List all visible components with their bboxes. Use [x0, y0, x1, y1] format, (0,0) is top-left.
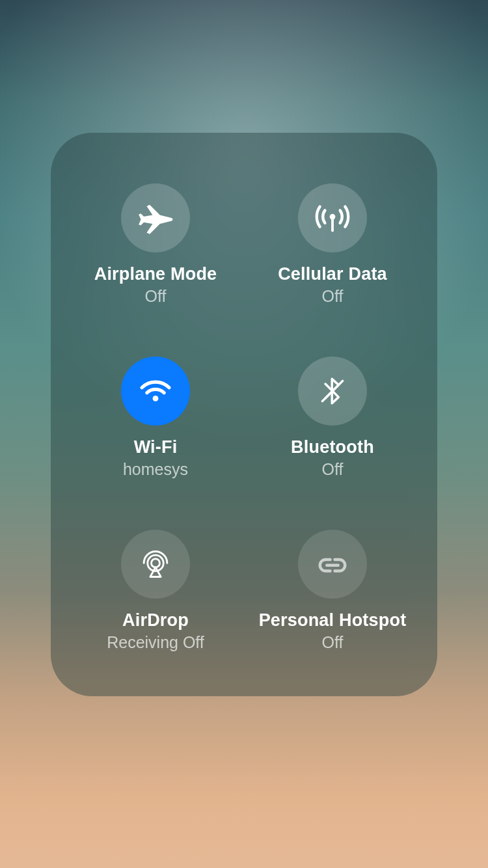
wifi-icon-circle: [121, 357, 190, 426]
cellular-icon-circle: [298, 183, 367, 252]
cellular-antenna-icon: [312, 198, 353, 238]
airdrop-status: Receiving Off: [107, 633, 204, 652]
airplane-icon: [138, 200, 173, 236]
personal-hotspot-status: Off: [322, 633, 344, 652]
bluetooth-off-icon: [316, 375, 349, 407]
airplane-mode-control[interactable]: Airplane Mode Off: [70, 183, 241, 318]
wifi-label: Wi-Fi: [134, 437, 178, 457]
airplane-mode-status: Off: [145, 287, 167, 306]
airdrop-label: AirDrop: [122, 610, 189, 631]
hotspot-chain-icon: [314, 546, 351, 582]
airdrop-icon: [139, 547, 172, 581]
airdrop-control[interactable]: AirDrop Receiving Off: [70, 530, 241, 664]
bluetooth-label: Bluetooth: [291, 437, 374, 457]
personal-hotspot-control[interactable]: Personal Hotspot Off: [247, 530, 418, 664]
airplane-icon-circle: [121, 183, 190, 252]
cellular-data-status: Off: [322, 287, 344, 306]
svg-point-2: [153, 396, 159, 401]
bluetooth-status: Off: [322, 460, 344, 479]
personal-hotspot-label: Personal Hotspot: [259, 610, 407, 631]
airplane-mode-label: Airplane Mode: [94, 264, 217, 284]
hotspot-icon-circle: [298, 530, 367, 599]
wifi-control[interactable]: Wi-Fi homesys: [70, 357, 241, 491]
cellular-data-control[interactable]: Cellular Data Off: [247, 183, 418, 318]
airdrop-icon-circle: [121, 530, 190, 599]
wifi-icon: [137, 373, 174, 409]
svg-point-4: [152, 559, 160, 567]
connectivity-expanded-panel: Airplane Mode Off Cellular Data Off: [51, 133, 437, 696]
cellular-data-label: Cellular Data: [278, 264, 387, 284]
bluetooth-control[interactable]: Bluetooth Off: [247, 357, 418, 491]
wifi-status: homesys: [123, 460, 188, 479]
bluetooth-icon-circle: [298, 357, 367, 426]
svg-rect-1: [331, 218, 334, 232]
